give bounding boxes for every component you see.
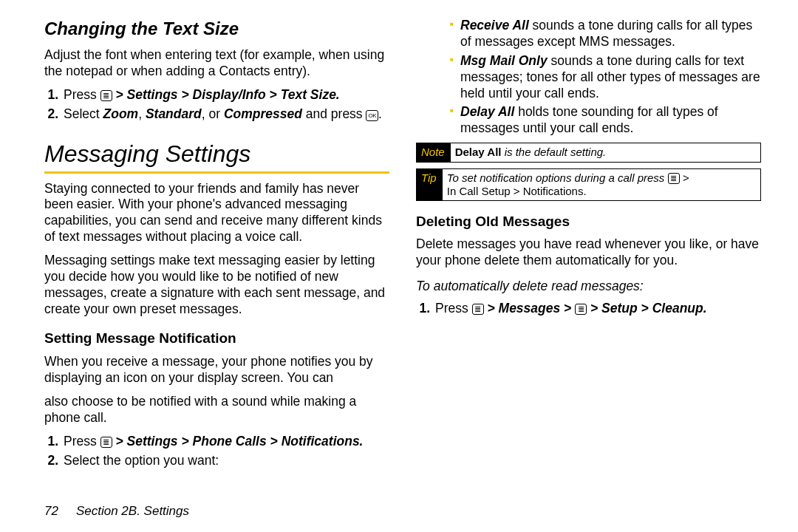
option-name: Delay All — [460, 104, 514, 119]
delete-step-1: Press > Messages > > Setup > Cleanup. — [434, 301, 761, 317]
step-path-a: > Messages > — [484, 301, 576, 316]
changing-step-2: Select Zoom, Standard, or Compressed and… — [62, 106, 389, 123]
section-label: Section 2B. Settings — [76, 504, 189, 518]
option-name: Msg Mail Only — [460, 53, 548, 68]
menu-key-icon — [100, 90, 112, 101]
tip-body: To set notification options during a cal… — [443, 169, 694, 200]
tip-text-c: In Call Setup > Notifications. — [447, 185, 587, 197]
messaging-p2: Messaging settings make text messaging e… — [44, 253, 389, 318]
sep: , or — [202, 106, 224, 121]
changing-intro: Adjust the font when entering text (for … — [44, 47, 389, 80]
tip-text-b: > — [680, 171, 689, 184]
option-zoom: Zoom — [103, 106, 139, 121]
tip-callout: Tip To set notification options during a… — [416, 168, 761, 201]
page-footer: 72Section 2B. Settings — [44, 504, 189, 519]
setnotif-p: When you receive a message, your phone n… — [44, 354, 389, 386]
option-standard: Standard — [146, 106, 202, 121]
heading-setting-message-notification: Setting Message Notification — [44, 330, 389, 347]
option-compressed: Compressed — [224, 106, 302, 121]
setnotif-continuation: also choose to be notified with a sound … — [44, 394, 389, 426]
step-text: . — [378, 106, 382, 121]
option-delay-all: Delay All holds tone sounding for all ty… — [450, 104, 761, 137]
tip-label: Tip — [417, 169, 443, 200]
step-text: Select the option you want: — [64, 453, 219, 468]
note-bold: Delay All — [455, 146, 502, 158]
note-callout: Note Delay All is the default setting. — [416, 143, 761, 163]
task-lead-auto-delete: To automatically delete read messages: — [416, 279, 761, 295]
step-text: Select — [64, 106, 103, 121]
step-text: Press — [435, 301, 472, 316]
menu-key-icon — [472, 304, 484, 315]
ok-key-icon — [366, 110, 378, 121]
heading-changing-text-size: Changing the Text Size — [44, 18, 389, 40]
tip-text-a: To set notification options during a cal… — [447, 171, 668, 184]
heading-deleting-old-messages: Deleting Old Messages — [416, 213, 761, 231]
notif-step-1: Press > Settings > Phone Calls > Notific… — [62, 434, 389, 450]
step-text: and press — [302, 106, 366, 121]
option-name: Receive All — [460, 18, 529, 33]
note-body: Delay All is the default setting. — [451, 143, 611, 162]
option-receive-all: Receive All sounds a tone during calls f… — [450, 18, 761, 50]
step-path: > Settings > Phone Calls > Notifications… — [112, 434, 364, 449]
menu-key-icon — [575, 304, 587, 315]
changing-step-1: Press > Settings > Display/Info > Text S… — [62, 87, 389, 103]
step-text: Press — [64, 87, 100, 102]
menu-key-icon — [100, 437, 112, 448]
delete-p: Delete messages you have read whenever y… — [416, 236, 761, 269]
option-msg-mail-only: Msg Mail Only sounds a tone during calls… — [450, 53, 761, 102]
note-label: Note — [417, 143, 451, 162]
step-path-b: > Setup > Cleanup. — [587, 301, 706, 316]
page-number: 72 — [44, 504, 58, 518]
messaging-p1: Staying connected to your friends and fa… — [44, 181, 389, 246]
step-path: > Settings > Display/Info > Text Size. — [112, 87, 340, 102]
heading-messaging-settings: Messaging Settings — [44, 139, 389, 174]
menu-key-icon — [668, 173, 680, 184]
step-text: Press — [64, 434, 100, 449]
sep: , — [138, 106, 146, 121]
note-rest: is the default setting. — [502, 146, 607, 158]
